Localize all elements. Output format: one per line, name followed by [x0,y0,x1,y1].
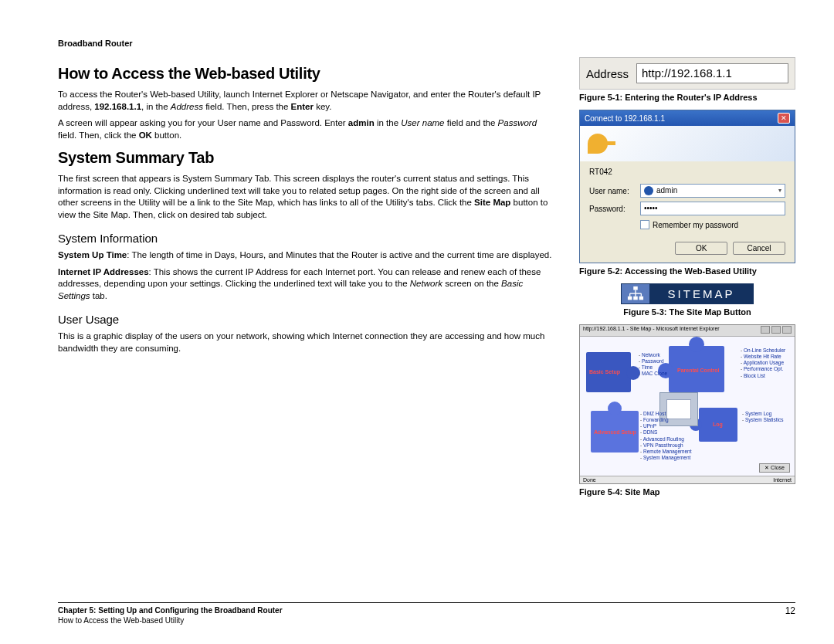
text: A screen will appear asking you for your… [58,118,348,127]
sitemap-icon [622,284,649,303]
remember-checkbox[interactable] [640,220,649,229]
linklist-parental[interactable]: On-Line Scheduler Website Hit Rate Appli… [741,347,785,379]
status-done: Done [583,477,596,483]
link-item[interactable]: System Statistics [742,417,783,423]
user-usage-para: This is a graphic display of the users o… [58,330,556,354]
link-item[interactable]: VPN Passthrough [640,442,692,449]
dialog-titlebar: Connect to 192.168.1.1 ✕ [580,110,795,126]
status-bar: Done Internet [580,476,795,483]
link-item[interactable]: On-Line Scheduler [741,347,785,354]
maximize-icon[interactable] [771,326,781,334]
window-titlebar: http://192.168.1.1 - Site Map - Microsof… [580,325,795,337]
text: field and the [445,118,498,127]
link-item[interactable]: Application Usage [741,360,785,366]
link-item[interactable]: DDNS [640,429,692,436]
status-internet: Internet [773,477,792,483]
footer-section: How to Access the Web-based Utility [58,615,283,625]
puzzle-label-log: Log [713,422,723,427]
minimize-icon[interactable] [761,326,770,334]
page-header: Broadband Router [58,39,795,48]
remember-label: Remember my password [653,221,738,229]
page-footer: Chapter 5: Setting Up and Configuring th… [58,602,795,625]
link-item[interactable]: Performance Opt. [741,366,785,372]
internet-ip-para: Internet IP Addresses: This shows the cu… [58,266,556,303]
link-item[interactable]: Advanced Routing [640,436,692,442]
section2-para1: The first screen that appears is System … [58,173,556,221]
figure-2-caption: Figure 5-2: Accessing the Web-Based Util… [579,266,795,276]
text: field. Then, press the [203,102,291,111]
username-label: User name: [589,187,634,195]
puzzle-label-basic: Basic Setup [589,369,620,375]
puzzle-label-advanced: Advanced Setup [594,429,636,435]
sitemap-ref: Site Map [474,198,510,207]
section-title-access: How to Access the Web-based Utility [58,65,556,83]
dropdown-icon[interactable]: ▾ [778,185,781,197]
text: screen on the [442,279,501,288]
link-item[interactable]: DMZ Host [640,411,692,417]
network-ref: Network [410,279,442,288]
figure-1-caption: Figure 5-1: Entering the Router's IP Add… [579,93,795,102]
linklist-log[interactable]: System Log System Statistics [742,411,783,423]
link-item[interactable]: MAC Clone [639,371,667,377]
text: , in the [141,102,171,111]
link-item[interactable]: System Management [640,455,692,461]
cancel-button[interactable]: Cancel [733,242,785,255]
section-title-summary: System Summary Tab [58,149,556,167]
link-item[interactable]: Network [639,352,667,358]
puzzle-label-parental: Parental Control [677,368,719,373]
section1-para1: To access the Router's Web-based Utility… [58,89,556,113]
server-name: RT042 [589,168,785,176]
figure-4-sitemap-window: http://192.168.1.1 - Site Map - Microsof… [579,324,795,484]
link-item[interactable]: Forwarding [640,417,692,423]
address-input[interactable]: http://192.168.1.1 [636,63,788,83]
text: in the [375,118,402,127]
svg-rect-7 [633,296,638,300]
link-item[interactable]: Website Hit Rate [741,354,785,360]
system-uptime-label: System Up Time [58,250,127,259]
close-icon[interactable] [782,326,792,334]
link-item[interactable]: Password [639,358,667,364]
dialog-banner [580,126,795,161]
figure-3-sitemap-button[interactable]: SITEMAP [621,283,754,304]
link-item[interactable]: System Log [742,411,783,417]
system-uptime-para: System Up Time: The length of time in Da… [58,249,556,262]
ok-button-ref: OK [139,130,152,140]
link-item[interactable]: UPnP [640,423,692,429]
dialog-title: Connect to 192.168.1.1 [585,114,665,123]
close-icon[interactable]: ✕ [778,113,790,124]
link-item[interactable]: Remote Management [640,449,692,455]
link-item[interactable]: Block List [741,373,785,379]
password-label: Password: [589,205,634,213]
sitemap-close-button[interactable]: ✕ Close [759,463,790,473]
text: field. Then, click the [58,130,139,140]
ok-button[interactable]: OK [675,242,727,255]
footer-chapter: Chapter 5: Setting Up and Configuring th… [58,605,283,615]
enter-key-ref: Enter [291,102,314,111]
sitemap-label: SITEMAP [649,284,753,303]
text: : The length of time in Days, Hours, and… [127,250,551,259]
subsection-user-usage: User Usage [58,313,556,326]
linklist-advanced[interactable]: DMZ Host Forwarding UPnP DDNS Advanced R… [640,411,692,461]
figure-4-caption: Figure 5-4: Site Map [579,487,795,497]
text: key. [314,102,331,111]
svg-rect-0 [633,286,638,290]
linklist-basic[interactable]: Network Password Time MAC Clone [639,352,667,378]
subsection-system-info: System Information [58,232,556,245]
address-label: Address [586,67,629,80]
user-icon [644,186,653,195]
section1-para2: A screen will appear asking you for your… [58,117,556,141]
username-input[interactable]: admin ▾ [640,184,785,198]
figure-3-caption: Figure 5-3: The Site Map Button [579,307,795,317]
text: tab. [90,291,107,300]
text: The first screen that appears is System … [58,174,540,207]
link-item[interactable]: Time [639,364,667,371]
internet-ip-label: Internet IP Addresses [58,267,149,276]
username-value: admin [656,185,677,197]
page-number: 12 [785,605,795,625]
password-field-ref: Password [498,118,537,127]
admin-ref: admin [348,118,375,127]
svg-rect-6 [628,296,632,300]
password-value: ••••• [644,202,658,215]
password-input[interactable]: ••••• [640,202,785,215]
ip-address: 192.168.1.1 [94,102,141,111]
